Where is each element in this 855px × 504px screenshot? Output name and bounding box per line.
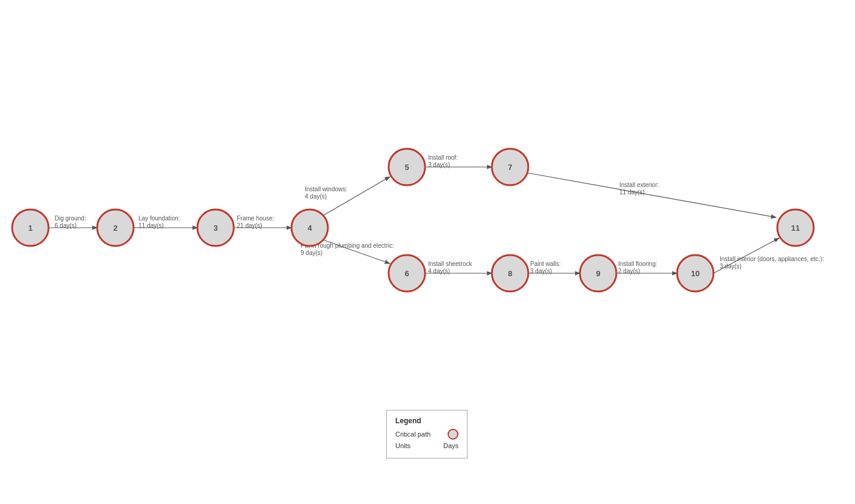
edge-label-3-4b: 21 day(s) bbox=[237, 222, 262, 229]
edge-label-3-4: Frame house: bbox=[237, 215, 274, 222]
edge-label-10-11b: 3 day(s) bbox=[720, 263, 741, 270]
legend-units-label: Units bbox=[395, 442, 410, 449]
legend-critical-path-row: Critical path bbox=[395, 429, 458, 440]
edge-label-8-9: Paint walls: bbox=[530, 261, 561, 267]
node-9-label: 9 bbox=[596, 269, 600, 278]
node-8-label: 8 bbox=[508, 269, 512, 278]
edge-label-9-10: Install flooring: bbox=[618, 261, 657, 267]
node-4-label: 4 bbox=[307, 223, 312, 233]
edge-label-4-5: Install windows: bbox=[305, 186, 347, 192]
node-11-label: 11 bbox=[791, 223, 800, 233]
legend-critical-path-icon bbox=[448, 429, 458, 440]
legend-box: Legend Critical path Units Days bbox=[386, 410, 468, 458]
node-5-label: 5 bbox=[404, 163, 409, 172]
legend-title: Legend bbox=[395, 417, 458, 425]
node-6-label: 6 bbox=[404, 269, 409, 278]
edge-label-2-3: Lay foundation: bbox=[138, 215, 180, 222]
edge-label-1-2b: 6 day(s) bbox=[55, 222, 77, 229]
edge-label-6-8b: 4 day(s) bbox=[428, 268, 450, 274]
node-10-label: 10 bbox=[691, 269, 700, 278]
legend-units-row: Units Days bbox=[395, 442, 458, 449]
node-3-label: 3 bbox=[213, 223, 217, 233]
edge-label-4-5b: 4 day(s) bbox=[305, 193, 327, 200]
edge-label-5-7: Install roof: bbox=[428, 154, 458, 161]
edge-label-4-6b: 9 day(s) bbox=[301, 250, 322, 256]
edge-label-2-3b: 11 day(s) bbox=[138, 222, 164, 229]
edge-label-7-11b: 11 day(s) bbox=[619, 189, 645, 196]
node-1-label: 1 bbox=[28, 223, 32, 233]
legend-units-value: Days bbox=[443, 442, 458, 449]
edge-4-5 bbox=[323, 177, 390, 216]
edge-label-8-9b: 3 day(s) bbox=[530, 268, 552, 274]
edge-label-5-7b: 3 day(s) bbox=[428, 162, 450, 168]
edge-label-6-8: Install sheetrock bbox=[428, 261, 472, 267]
diagram-container: Dig ground: 6 day(s) Lay foundation: 11 … bbox=[0, 0, 855, 504]
edge-label-9-10b: 2 day(s) bbox=[618, 268, 640, 274]
edge-label-10-11: Install interior (doors, appliances, etc… bbox=[720, 256, 824, 262]
edge-7-11 bbox=[528, 173, 776, 217]
node-2-label: 2 bbox=[113, 223, 117, 233]
legend-critical-path-label: Critical path bbox=[395, 431, 431, 438]
edge-label-1-2: Dig ground: bbox=[55, 215, 86, 222]
node-7-label: 7 bbox=[508, 163, 512, 172]
edge-label-7-11: Install exterior: bbox=[619, 182, 659, 188]
